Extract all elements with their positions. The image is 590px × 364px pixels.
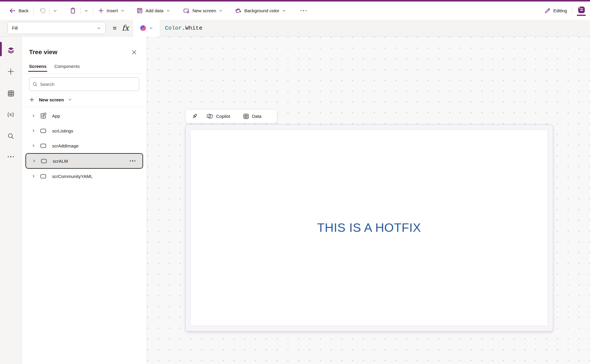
tree-row-label: scrAddImage xyxy=(52,143,78,148)
active-indicator-bar xyxy=(577,15,586,16)
rail-search-button[interactable] xyxy=(4,130,17,143)
property-selector[interactable]: Fill xyxy=(7,22,106,34)
toolbar-divider xyxy=(572,7,572,15)
chevron-down-icon xyxy=(120,8,125,13)
back-button[interactable]: Back xyxy=(8,7,28,14)
new-screen-menu-button[interactable]: New screen xyxy=(29,95,72,104)
search-input[interactable] xyxy=(40,82,136,87)
search-icon xyxy=(7,132,14,140)
chevron-down-icon xyxy=(219,8,223,13)
chevron-down-icon xyxy=(96,26,101,31)
formula-input[interactable]: Color.White xyxy=(165,25,202,31)
chevron-right-icon[interactable] xyxy=(31,114,36,118)
chevron-down-icon xyxy=(282,8,286,13)
tree-row-label: scrListings xyxy=(52,128,73,133)
layers-icon xyxy=(7,46,15,54)
screen-icon xyxy=(40,142,47,149)
rail-data-button[interactable] xyxy=(4,87,17,100)
table-grid-icon xyxy=(7,90,15,97)
panel-title: Tree view xyxy=(29,48,57,56)
chevron-right-icon[interactable] xyxy=(31,174,36,178)
list-divider xyxy=(22,106,147,107)
canvas-data-button[interactable]: Data xyxy=(243,113,262,120)
screen-frame[interactable]: THIS IS A HOTFIX xyxy=(185,124,553,331)
arrow-left-icon xyxy=(8,7,16,14)
background-color-button[interactable]: Background color xyxy=(235,7,286,14)
tree-row-app[interactable]: App xyxy=(22,108,147,123)
new-screen-label: New screen xyxy=(192,8,216,13)
chevron-right-icon[interactable] xyxy=(31,129,36,133)
split-divider xyxy=(81,7,81,14)
close-icon xyxy=(131,49,137,55)
property-value: Fill xyxy=(12,25,18,31)
paste-clipboard-icon[interactable] xyxy=(69,7,76,14)
back-label: Back xyxy=(19,8,28,13)
chevron-down-icon xyxy=(68,98,72,102)
app-screen-scralm[interactable]: THIS IS A HOTFIX xyxy=(190,129,548,326)
plus-icon xyxy=(29,97,35,103)
tree-row-label: App xyxy=(52,113,60,118)
search-icon xyxy=(32,82,38,87)
insert-button[interactable]: Insert xyxy=(98,7,125,14)
pencil-icon xyxy=(544,7,551,14)
toolbar-divider xyxy=(93,7,93,15)
chevron-down-icon xyxy=(166,8,170,13)
editing-label: Editing xyxy=(553,8,567,13)
equals-sign: = xyxy=(113,25,116,32)
row-more-icon[interactable] xyxy=(130,160,136,162)
new-screen-button[interactable]: New screen xyxy=(183,7,223,14)
rail-more-button[interactable] xyxy=(4,150,17,163)
screen-icon xyxy=(40,158,47,165)
rail-insert-button[interactable] xyxy=(4,65,17,78)
plus-icon xyxy=(7,68,15,75)
active-app-badge[interactable] xyxy=(577,6,586,16)
tabs-divider xyxy=(22,74,147,74)
copilot-color-icon xyxy=(139,25,147,32)
copilot-label: Copilot xyxy=(216,114,230,119)
canvas-copilot-button[interactable]: Copilot xyxy=(207,113,230,120)
more-commands-icon[interactable] xyxy=(301,10,307,11)
tree-row-screen[interactable]: scrAddImage xyxy=(22,138,147,153)
design-canvas[interactable]: Copilot Data THIS IS A HOTFIX xyxy=(147,36,590,364)
tab-components[interactable]: Components xyxy=(54,64,80,72)
split-divider xyxy=(49,7,50,14)
insert-label: Insert xyxy=(107,8,118,13)
editing-mode-button[interactable]: Editing xyxy=(544,7,567,14)
tree-row-screen[interactable]: scrListings xyxy=(22,123,147,138)
tree-row-label: scrALM xyxy=(53,159,68,164)
undo-chevron-down-icon[interactable] xyxy=(53,8,57,13)
screen-tree: App scrListings scrAddImage xyxy=(22,108,147,184)
plus-icon xyxy=(98,7,104,14)
chevron-right-icon[interactable] xyxy=(31,144,36,148)
copilot-chevron-down-icon xyxy=(149,26,153,30)
tree-row-label: scrCommunityYAML xyxy=(52,174,93,179)
close-panel-button[interactable] xyxy=(130,48,138,56)
add-data-button[interactable]: Add data xyxy=(136,7,170,14)
paste-chevron-down-icon[interactable] xyxy=(84,8,89,13)
tree-search-box[interactable] xyxy=(29,77,139,91)
rail-variables-button[interactable]: {x} xyxy=(4,108,17,121)
tree-view-panel: Tree view Screens Components New screen xyxy=(22,36,147,364)
tab-screens[interactable]: Screens xyxy=(29,64,46,72)
formula-copilot-button[interactable] xyxy=(133,20,160,36)
new-screen-icon xyxy=(183,7,190,14)
tree-row-screen[interactable]: scrCommunityYAML xyxy=(22,169,147,184)
fx-symbol: fx xyxy=(122,24,129,32)
command-toolbar: Back Insert Add data N xyxy=(0,1,590,20)
screen-icon xyxy=(40,173,47,180)
undo-icon[interactable] xyxy=(39,7,46,14)
formula-bar: Fill = fx Color.White xyxy=(0,20,590,36)
formula-token: Color xyxy=(165,25,182,31)
new-screen-menu-label: New screen xyxy=(39,97,64,102)
app-journal-icon xyxy=(577,6,586,14)
tree-row-screen-selected[interactable]: scrALM xyxy=(25,153,143,169)
add-data-label: Add data xyxy=(145,8,163,13)
panel-tabs: Screens Components xyxy=(29,64,80,72)
chevron-right-icon[interactable] xyxy=(32,159,36,163)
pin-icon[interactable] xyxy=(192,113,198,120)
screen-text-label[interactable]: THIS IS A HOTFIX xyxy=(317,221,421,235)
more-icon xyxy=(8,156,14,157)
data-label: Data xyxy=(252,114,262,119)
rail-tree-view-button[interactable] xyxy=(4,43,17,57)
canvas-float-toolbar: Copilot Data xyxy=(185,109,277,123)
